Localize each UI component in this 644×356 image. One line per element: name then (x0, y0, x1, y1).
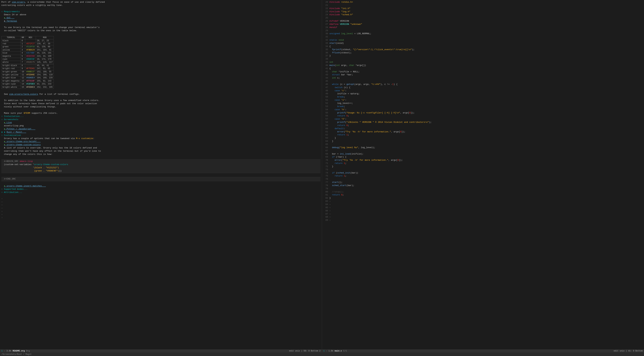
readme-lisp: Lisp (1, 121, 320, 124)
tilde3: - (1, 204, 320, 207)
status-bar: /Screenshots/Rust / Magit (0, 352, 644, 356)
code-line-72: 72 } (323, 165, 643, 168)
code-line-74: 74 if (sched_init(bar)) (323, 171, 643, 175)
tilde4: - (1, 207, 320, 210)
code-line-28: 28 #endif (323, 26, 643, 29)
code-line-29: 29 (323, 29, 643, 32)
code-line-45: 45 (323, 80, 643, 83)
readme-custom-colors-desc3: change any of the colors this is how: (1, 153, 320, 156)
code-line-64: 64 } (323, 140, 643, 143)
code-line-25: 25 (323, 16, 643, 20)
code-line-75: 75 return 1; (323, 174, 643, 178)
readme-attribution: Attribution... (1, 191, 320, 194)
readme-terminal-info1: To use Srcery in the terminal you need t… (1, 26, 320, 29)
code-line-84: 84 - (323, 203, 643, 206)
code-line-62: 62 return 1; (323, 133, 643, 137)
left-modeline-size: 3.8k (6, 350, 11, 352)
readme-terminal-info2: so-called "ASCII" colors to the ones in … (1, 29, 320, 32)
left-pane: Port of vim-srcery, a colorscheme that f… (0, 0, 322, 352)
code-line-87: 87 - (323, 213, 643, 216)
code-line-73: 73 (323, 168, 643, 171)
readme-line-blank1 (1, 7, 320, 10)
readme-xterm2: Since most terminals have these defined … (1, 102, 320, 105)
code-line-20: 20 #include <stdio.h> (323, 1, 643, 4)
code-block-begin: #+BEGIN_SRC emacs-lisp (custom-set-varia… (1, 159, 320, 173)
code-line-33: 33 start(void) (323, 42, 643, 45)
code-block-end: #+END_SRC (1, 177, 320, 181)
code-line-54: 54 case 'h': (323, 108, 643, 111)
code-line-65: 65 (323, 143, 643, 146)
src-begin-line: #+BEGIN_SRC emacs-lisp (1, 160, 320, 163)
code-line-36: 36 fflush(stdout); (323, 51, 643, 54)
code-line-55: 55 printf("Usage: %s [-c <configfile>] [… (323, 111, 643, 115)
code-line-59: 59 return 0; (323, 124, 643, 127)
code-line-67: 67 (323, 149, 643, 152)
code-line-24: 24 #include "sched.h" (323, 13, 643, 16)
right-modeline-size: 1.8k (328, 350, 333, 352)
left-modeline-filename: README.org (12, 350, 25, 352)
code-line-43: 43 struct bar *bar; (323, 73, 643, 76)
readme-req-gui: GUI... (1, 16, 320, 20)
code-line-71: 71 return 1; (323, 162, 643, 165)
src-color-green: (green . "#00AFAF"))) (1, 169, 320, 173)
readme-blank6 (1, 108, 320, 112)
code-line-69: 69 if (!bar) { (323, 156, 643, 159)
code-line-37: 37 } (323, 54, 643, 57)
code-line-31: 31 (323, 35, 643, 38)
right-modeline-filename: main.c (334, 350, 342, 352)
code-line-89: 89 - (323, 219, 643, 222)
code-line-81: 81 return 0; (323, 193, 643, 197)
left-modeline: 1 - 3.8k README.org Org edit unix | 50: … (0, 350, 322, 352)
code-line-56: 56 return 0; (323, 114, 643, 118)
code-line-41: 41 { (323, 67, 643, 70)
readme-rust: ▮ Rust / Magit... (1, 131, 320, 134)
src-end-line: #+END_SRC (1, 177, 320, 181)
left-modeline-mode: Org (26, 350, 30, 352)
readme-termcolors: See vim-srcery/term.colors for a list of… (1, 93, 320, 96)
tilde6: - (1, 213, 320, 216)
left-modeline-pos: edit unix | 50: 0 Bottom 2 (289, 350, 320, 352)
code-line-78: 78 sched_start(bar); (323, 184, 643, 187)
readme-requirements: Requirements (1, 10, 320, 13)
right-modeline-pos: edit unix | 41: 0 Bottom (614, 350, 643, 352)
color-table-wrapper: TERMCOL NR HEX RGB black0#1C1B1928, 27, … (1, 36, 320, 89)
code-line-66: 66 debug("log level %u", log_level); (323, 146, 643, 149)
src-color-black: '(black . "#121212") (1, 166, 320, 169)
readme-python: Python / JavaScript... (1, 127, 320, 131)
code-line-86: 86 - (323, 209, 643, 213)
readme-blank4 (1, 90, 320, 93)
right-modeline: 1 - 1.8k main.c C/1 edit unix | 41: 0 Bo… (322, 350, 644, 352)
code-line-47: 47 switch (c) { (323, 86, 643, 89)
code-line-46: 46 while (c = getopt(argc, argv, "c:vhV"… (323, 83, 643, 86)
code-line-77: 77 start(); (323, 181, 643, 184)
readme-line-1: Port of vim-srcery, a colorscheme that f… (1, 1, 320, 4)
code-line-26: 26 #ifndef VERSION (323, 20, 643, 23)
readme-customization: Customization (1, 134, 320, 137)
code-line-48: 48 case 'c': (323, 89, 643, 92)
code-line-51: 51 case 'v': (323, 99, 643, 102)
color-table: TERMCOL NR HEX RGB black0#1C1B1928, 27, … (1, 36, 54, 89)
right-pane: 20 #include <stdio.h> 21 22 #include "in… (322, 0, 644, 352)
right-pane-content[interactable]: 20 #include <stdio.h> 21 22 #include "in… (322, 0, 644, 350)
readme-blank2 (1, 23, 320, 26)
readme-custom-colors-desc2: overriding them won't have any effect in… (1, 150, 320, 153)
readme-term256: Make sure your $TERM supports 256 colors… (1, 112, 320, 115)
right-modeline-dash: - (326, 350, 327, 352)
code-line-68: 68 bar = ini_load(inifile); (323, 152, 643, 156)
tilde7: - (1, 216, 320, 219)
code-line-57: 57 case 'V': (323, 118, 643, 121)
readme-custom-colors-desc1: A list of colors to override. Srcery onl… (1, 146, 320, 150)
readme-blank3 (1, 32, 320, 35)
readme-blank8 (1, 173, 320, 177)
code-line-85: 85 - (323, 206, 643, 209)
readme-blank9 (1, 182, 320, 185)
code-line-42: 42 char *inifile = NULL; (323, 70, 643, 73)
code-line-82: 82 } (323, 197, 643, 200)
readme-invert: srcery-theme-invert-matches... (1, 185, 320, 188)
code-line-63: 63 } (323, 137, 643, 140)
code-line-38: 38 (323, 57, 643, 61)
code-line-22: 22 #include "ini.h" (323, 7, 643, 10)
code-line-83: 83 - (323, 200, 643, 203)
left-pane-content[interactable]: Port of vim-srcery, a colorscheme that f… (0, 0, 322, 350)
code-line-35: 35 fprintf(stdout, "{\"version\":1,\"cli… (323, 48, 643, 51)
